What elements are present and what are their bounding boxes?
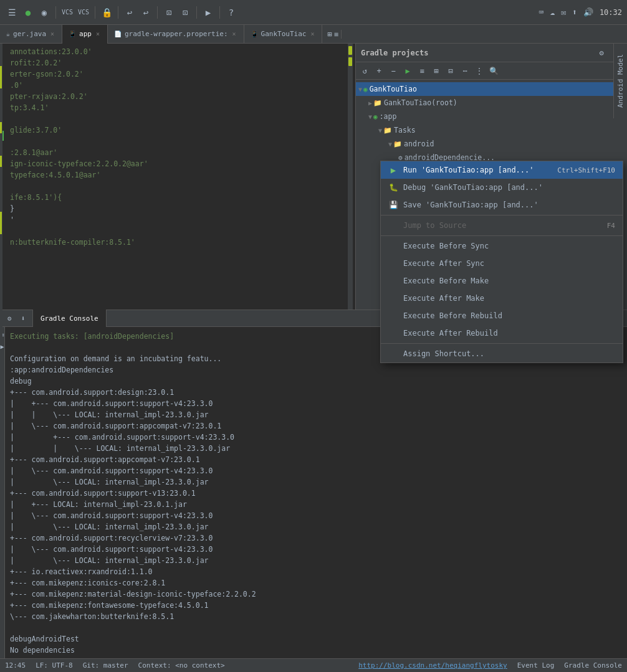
code-text-4: .0' [10, 81, 23, 90]
tree-item-ganktoutiao-root[interactable]: ▼ ◉ GankTouTiao [356, 82, 627, 96]
toolbar-vcs2-btn[interactable]: VCS [77, 6, 90, 19]
console-line-5: +--- com.android.support:design:23.0.1 [10, 387, 622, 398]
tab-app-close[interactable]: × [95, 30, 101, 38]
sidebar-list-icon[interactable]: ≡ [334, 30, 338, 39]
bottom-tab-gradle-console[interactable]: Gradle Console [33, 310, 107, 327]
toolbar-grid2-btn[interactable]: ⊡ [178, 6, 192, 19]
ctx-exec-before-sync-item[interactable]: Execute Before Sync [381, 237, 623, 255]
tab-gerjava-close[interactable]: × [49, 30, 55, 38]
bottom-icon-download[interactable]: ⬇ [17, 313, 29, 324]
console-line-8: | \--- com.android.support:appcompat-v7:… [10, 420, 622, 432]
ctx-exec-after-sync-item[interactable]: Execute After Sync [381, 255, 623, 272]
console-output: Executing tasks: [androidDependencies] C… [5, 327, 627, 658]
toolbar-redo-btn[interactable]: ↩ [139, 6, 153, 19]
gradle-minus-btn[interactable]: − [387, 65, 400, 77]
console-line-24: +--- com.mikepenz:fontawesome-typeface:4… [10, 600, 622, 611]
android-model-tab[interactable]: Android Model [613, 44, 627, 118]
code-text-12: typeface:4.5.0.1@aar' [10, 171, 100, 179]
toolbar-menu-btn[interactable]: ☰ [5, 6, 19, 19]
code-text-16: ' [10, 215, 14, 224]
status-link[interactable]: http://blog.csdn.net/heqiangflytosky [358, 661, 507, 670]
gradle-plus-btn[interactable]: + [373, 65, 385, 77]
ctx-exec-after-sync-icon [388, 258, 398, 268]
toolbar-undo-btn[interactable]: ↩ [123, 6, 136, 19]
gradle-settings-btn[interactable]: ⚙ [595, 47, 608, 59]
console-left-controls: ≡ ▶ [0, 327, 5, 658]
console-line-11: +--- com.android.support:appcompat-v7:23… [10, 454, 622, 465]
gradle-rerun-btn[interactable]: ▶ [401, 65, 414, 77]
status-context-label: Context: <no context> [138, 661, 225, 670]
console-line-21: +--- io.reactivex:rxandroid:1.1.0 [10, 566, 622, 577]
android-model-label[interactable]: Android Model [616, 54, 625, 108]
tab-gerjava[interactable]: ☕ ger.java × [0, 25, 62, 44]
tab-app-label: app [79, 30, 92, 38]
change-indicators [0, 44, 2, 343]
gradle-more1-btn[interactable]: ⋯ [459, 65, 471, 77]
code-line-8: glide:3.7.0' [5, 125, 355, 136]
gradle-refresh-btn[interactable]: ↺ [358, 65, 371, 77]
gradle-collapse-btn[interactable]: ⊟ [444, 65, 457, 77]
tab-gradlewrapper-close[interactable]: × [231, 30, 237, 38]
tree-item-ganktoutiao-root2[interactable]: ▶ 📁 GankTouTiao(root) [356, 96, 627, 110]
status-gradle-console[interactable]: Gradle Console [564, 661, 622, 670]
ctx-exec-after-rebuild-icon [388, 328, 398, 338]
toolbar-vcs1-btn[interactable]: VCS [60, 6, 74, 19]
bottom-icon-settings[interactable]: ⚙ [4, 313, 15, 324]
ctx-exec-after-make-item[interactable]: Execute After Make [381, 290, 623, 307]
console-line-7: | | \--- LOCAL: internal_impl-23.3.0.jar [10, 409, 622, 420]
gradle-more2-btn[interactable]: ⋮ [473, 65, 486, 77]
bottom-tab-gradle-console-label: Gradle Console [41, 315, 98, 323]
gradle-expand-btn[interactable]: ⊞ [430, 65, 443, 77]
ctx-exec-after-sync-label: Execute After Sync [403, 259, 484, 268]
toolbar-sync-btn[interactable]: ◉ [37, 6, 51, 19]
gradle-toggle-btn[interactable]: ≡ [416, 65, 428, 77]
tab-app[interactable]: 📱 app × [62, 25, 108, 44]
console-line-17: | \--- LOCAL: internal_impl-23.3.0.jar [10, 521, 622, 532]
tree-item-app[interactable]: ▼ ◉ :app [356, 110, 627, 123]
tab-ganktoutiac-close[interactable]: × [309, 30, 315, 38]
ctx-exec-before-rebuild-label: Execute Before Rebuild [403, 311, 502, 320]
ctx-exec-before-make-item[interactable]: Execute Before Make [381, 272, 623, 290]
code-line-16: ' [5, 214, 355, 225]
tree-item-android[interactable]: ▼ 📁 android [356, 137, 627, 151]
tree-label-4: Tasks [394, 126, 416, 135]
ctx-assign-shortcut-item[interactable]: Assign Shortcut... [381, 345, 623, 362]
tab-ganktoutiac[interactable]: 📱 GankTouTiac × [244, 25, 323, 44]
ctx-sep-3 [381, 343, 623, 344]
console-panel: ≡ ▶ Executing tasks: [androidDependencie… [0, 327, 627, 658]
code-line-11: ign-iconic-typeface:2.2.0.2@aar' [5, 158, 355, 169]
ctx-run-item[interactable]: ▶ Run 'GankTouTiao:app [and...' Ctrl+Shi… [381, 161, 623, 179]
tab-app-icon: 📱 [69, 31, 76, 37]
ctx-exec-before-sync-icon [388, 241, 398, 251]
bottom-left-icons: ⚙ ⬇ [0, 310, 33, 327]
tree-icon-4: 📁 [383, 126, 392, 135]
tree-item-tasks[interactable]: ▼ 📁 Tasks [356, 123, 627, 137]
ctx-jump-item: Jump to Source F4 [381, 217, 623, 234]
sidebar-expand-icon[interactable]: ⊞ [327, 30, 332, 39]
tree-icon-5: 📁 [393, 140, 402, 148]
scroll-marker-2 [348, 57, 352, 66]
code-line-5: pter-rxjava:2.0.2' [5, 91, 355, 102]
ctx-exec-before-rebuild-item[interactable]: Execute Before Rebuild [381, 307, 623, 324]
toolbar-lock-btn[interactable]: 🔒 [100, 6, 113, 19]
gradle-search-btn[interactable]: 🔍 [487, 65, 500, 77]
status-git: Git: master [83, 661, 128, 670]
console-line-6: | +--- com.android.support:support-v4:23… [10, 398, 622, 409]
toolbar-sep-5 [196, 6, 197, 19]
toolbar-grid1-btn[interactable]: ⊡ [162, 6, 176, 19]
ctx-exec-after-rebuild-item[interactable]: Execute After Rebuild [381, 324, 623, 342]
toolbar-help-btn[interactable]: ? [224, 6, 238, 19]
tab-gradlewrapper[interactable]: 📄 gradle-wrapper.propertie: × [108, 25, 244, 44]
ctx-save-item[interactable]: 💾 Save 'GankTouTiao:app [and...' [381, 196, 623, 214]
ctx-run-shortcut: Ctrl+Shift+F10 [557, 166, 615, 174]
tree-label-5: android [404, 140, 434, 148]
status-event-log[interactable]: Event Log [517, 661, 555, 670]
ctx-debug-item[interactable]: 🐛 Debug 'GankTouTiao:app [and...' [381, 179, 623, 196]
ctx-run-icon: ▶ [388, 165, 398, 175]
code-text-11: ign-iconic-typeface:2.2.0.2@aar' [10, 159, 148, 168]
toolbar-run-btn[interactable]: ● [21, 6, 35, 19]
console-line-10: | | \--- LOCAL: internal_impl-23.3.0.jar [10, 443, 622, 454]
code-line-4: .0' [5, 80, 355, 91]
toolbar-play-btn[interactable]: ▶ [201, 6, 215, 19]
cloud-icon: ☁ [550, 7, 555, 17]
